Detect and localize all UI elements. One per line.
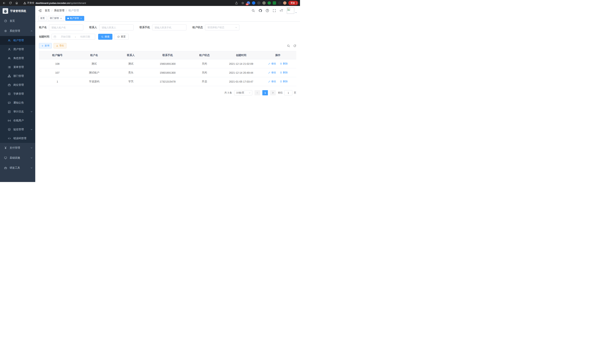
browser-menu-kebab-icon[interactable]: [296, 2, 297, 4]
back-button[interactable]: [2, 1, 6, 5]
extensions-puzzle-icon[interactable]: [278, 1, 281, 5]
sidebar-item-home[interactable]: 首页: [0, 16, 35, 26]
avatar-image-placeholder: [287, 7, 294, 14]
sidebar-item-label: 菜单管理: [13, 65, 24, 69]
search-icon[interactable]: [252, 9, 255, 12]
sidebar-item-user-management[interactable]: 用户管理: [0, 45, 35, 54]
sidebar-item-infrastructure[interactable]: 基础设施: [0, 153, 35, 163]
sidebar-item-label: 系统管理: [10, 29, 20, 33]
page-number-button[interactable]: 1: [262, 90, 268, 95]
sidebar-item-label: 短信管理: [13, 128, 24, 131]
app-logo[interactable]: 芋道管理系统: [0, 6, 35, 16]
sidebar-item-error-code-management[interactable]: 错误码管理: [0, 134, 35, 143]
app-frame: 芋道管理系统 首页 系统管理 租户管理 用户管理 角色管: [0, 6, 300, 182]
page-size-select[interactable]: 10条/页: [234, 90, 252, 95]
breadcrumb-home[interactable]: 首页: [45, 9, 50, 12]
sidebar-collapse-icon[interactable]: [38, 9, 42, 12]
plus-icon: [41, 45, 44, 47]
sidebar-item-label: 租户管理: [13, 39, 24, 42]
chevron-down-icon: [30, 147, 33, 149]
edit-label: 修改: [271, 71, 276, 74]
chevron-down-icon: [295, 12, 297, 14]
table-toolbar: 新增 导出: [39, 43, 296, 48]
chevron-down-icon: [30, 167, 33, 169]
user-avatar[interactable]: [287, 7, 297, 14]
security-warning[interactable]: 不安全: [23, 1, 34, 5]
address-bar[interactable]: 不安全 dashboard.yudao.iocoder.cn/system/te…: [21, 1, 232, 5]
sidebar-item-label: 用户管理: [13, 48, 24, 51]
sidebar-item-tenant-management[interactable]: 租户管理: [0, 36, 35, 45]
edit-link[interactable]: 修改: [268, 62, 276, 65]
home-button[interactable]: [14, 1, 19, 5]
sidebar-item-system-management[interactable]: 系统管理: [0, 26, 35, 36]
dashboard-icon: [4, 19, 7, 22]
export-button[interactable]: 导出: [54, 43, 66, 48]
add-button[interactable]: 新增: [39, 43, 52, 48]
reload-button[interactable]: [8, 1, 13, 5]
phone-input[interactable]: [152, 25, 187, 30]
sidebar-item-payment-management[interactable]: 支付管理: [0, 143, 35, 153]
calendar-icon: [54, 36, 56, 38]
tenant-name-input[interactable]: [49, 25, 83, 30]
extension-icon-2[interactable]: [252, 1, 255, 5]
close-icon[interactable]: [60, 17, 62, 19]
edit-label: 修改: [271, 62, 276, 65]
prev-page-button[interactable]: [254, 90, 260, 95]
share-button[interactable]: [234, 1, 239, 5]
bookmark-star-button[interactable]: [240, 1, 245, 5]
col-status: 租户状态: [186, 51, 223, 59]
github-icon[interactable]: [259, 9, 262, 12]
breadcrumb-system[interactable]: 系统管理: [54, 9, 64, 12]
extension-icon-3[interactable]: [257, 1, 261, 5]
cell-tenant-id: 108: [39, 59, 76, 68]
delete-link[interactable]: 删除: [280, 71, 288, 74]
chevron-up-icon: [30, 30, 33, 32]
goto-page-input[interactable]: [284, 90, 292, 95]
sidebar-item-role-management[interactable]: 角色管理: [0, 54, 35, 63]
sidebar-item-dict-management[interactable]: 字典管理: [0, 89, 35, 98]
sidebar-item-label: 支付管理: [10, 146, 20, 149]
tab-tenant-management[interactable]: 租户管理: [65, 16, 84, 21]
sidebar-item-audit-log[interactable]: 审计日志: [0, 107, 35, 116]
sidebar-item-post-management[interactable]: 岗位管理: [0, 81, 35, 89]
tab-dept-management[interactable]: 部门管理: [48, 16, 64, 21]
date-range-picker[interactable]: 开始日期 - 结束日期: [52, 34, 95, 40]
contact-input[interactable]: [99, 25, 134, 30]
extension-icon-4[interactable]: [262, 1, 266, 5]
table-row: 108 测试 测试 15601691300 关闭 2021-12-14 21:0…: [39, 59, 296, 68]
extension-icon-5[interactable]: [268, 1, 271, 5]
reset-button[interactable]: 重置: [114, 34, 129, 40]
help-icon[interactable]: [266, 9, 269, 12]
font-size-icon[interactable]: [280, 9, 283, 12]
sidebar-item-menu-management[interactable]: 菜单管理: [0, 63, 35, 72]
show-search-icon[interactable]: [287, 44, 290, 47]
gear-icon: [4, 29, 7, 32]
update-label: 更新: [291, 1, 295, 5]
close-icon[interactable]: [80, 17, 82, 19]
status-select[interactable]: 请选择租户状态: [205, 25, 239, 30]
refresh-icon: [117, 36, 120, 38]
sidebar-item-label: 研发工具: [10, 166, 20, 169]
table-row: 1 芋道源码 芋艿 17321315478 开启 2021-01-05 17:0…: [39, 77, 296, 86]
sidebar-item-dev-tools[interactable]: 研发工具: [0, 163, 35, 173]
sidebar-item-notice[interactable]: 通知公告: [0, 98, 35, 107]
reset-button-label: 重置: [121, 35, 126, 38]
edit-link[interactable]: 修改: [268, 71, 276, 74]
tab-home[interactable]: 首页: [38, 16, 47, 21]
sidebar-item-dept-management[interactable]: 部门管理: [0, 72, 35, 81]
sidebar-item-online-users[interactable]: 在线用户: [0, 116, 35, 125]
sidebar-item-sms-management[interactable]: 短信管理: [0, 125, 35, 134]
profile-avatar-icon[interactable]: [283, 1, 286, 5]
delete-link[interactable]: 删除: [280, 62, 288, 65]
extension-icon-1[interactable]: 10: [247, 1, 250, 5]
next-page-button[interactable]: [270, 90, 276, 95]
cell-created: 2021-12-14 20:49:44: [223, 68, 260, 77]
edit-link[interactable]: 修改: [268, 80, 276, 83]
delete-link[interactable]: 删除: [280, 80, 288, 83]
fullscreen-icon[interactable]: [273, 9, 276, 12]
refresh-table-icon[interactable]: [293, 44, 296, 47]
search-button[interactable]: 搜索: [98, 34, 112, 40]
update-button[interactable]: 更新: [288, 1, 298, 5]
extension-icon-6[interactable]: [273, 1, 276, 5]
app-title: 芋道管理系统: [10, 9, 26, 13]
